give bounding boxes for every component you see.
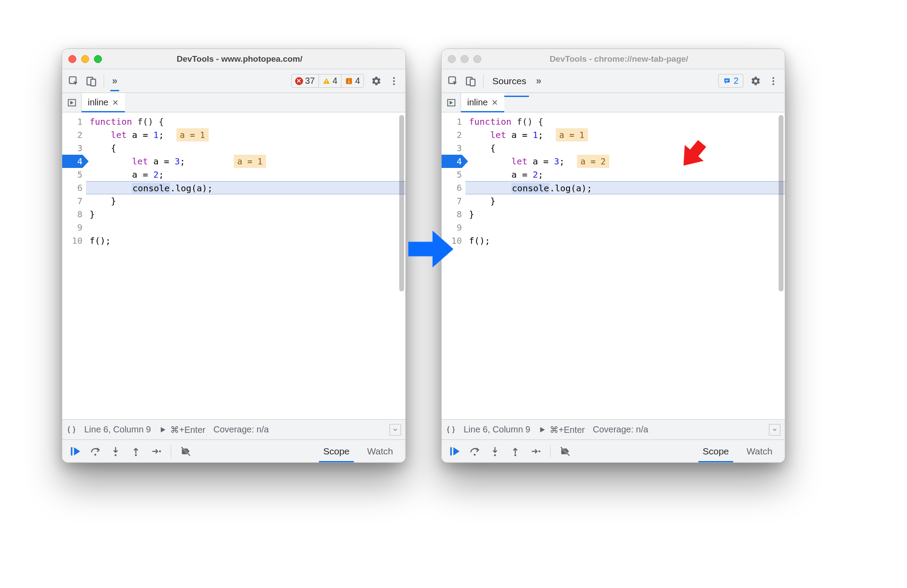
line-number[interactable]: 2 [442,128,462,141]
svg-point-21 [474,454,476,455]
line-number-exec[interactable]: 4 [442,155,462,168]
file-tab-inline[interactable]: inline ✕ [461,93,504,112]
status-dropdown-icon[interactable] [390,424,401,435]
maximize-window-button[interactable] [94,55,102,63]
coverage-label[interactable]: Coverage: n/a [593,424,648,435]
devtools-window-right: DevTools - chrome://new-tab-page/ Source… [441,48,785,463]
navigator-toggle-icon[interactable] [62,93,82,112]
line-number[interactable]: 6 [442,181,462,194]
annotation-arrow-icon [675,137,711,172]
pretty-print-icon[interactable] [67,425,76,435]
scrollbar[interactable] [399,115,404,291]
tab-scope[interactable]: Scope [694,440,738,462]
line-number[interactable]: 8 [442,208,462,221]
code-editor[interactable]: 1 2 3 4 5 6 7 8 9 10 function f() { let … [442,112,785,419]
resume-icon[interactable] [66,442,84,461]
debug-toolbar: Scope Watch [442,439,785,462]
svg-point-11 [115,454,116,456]
messages-badge[interactable]: 2 [718,74,743,88]
deactivate-breakpoints-icon[interactable] [176,442,195,461]
separator [171,445,171,458]
line-number-exec[interactable]: 4 [62,155,82,168]
maximize-window-button[interactable] [473,55,481,63]
line-number[interactable]: 5 [442,168,462,181]
line-number[interactable]: 7 [62,194,82,208]
line-number[interactable]: 7 [442,194,462,208]
warnings-badge[interactable]: 4 [319,74,341,87]
titlebar[interactable]: DevTools - chrome://new-tab-page/ [442,49,785,69]
resume-icon[interactable] [445,442,464,461]
main-toolbar: » ✕ 37 4 4 [62,69,405,93]
tab-sources[interactable]: Sources [488,69,531,93]
more-menu-icon[interactable] [765,73,781,89]
close-window-button[interactable] [68,55,76,63]
step-into-icon[interactable] [106,442,125,461]
line-number[interactable]: 3 [62,141,82,155]
step-over-icon[interactable] [86,442,105,461]
svg-rect-9 [71,447,73,455]
close-window-button[interactable] [448,55,456,63]
svg-rect-18 [725,81,727,81]
code-area[interactable]: function f() { let a = 1;a = 1 { let a =… [86,112,405,419]
panel-overflow-icon[interactable]: » [532,75,545,87]
svg-rect-3 [326,80,327,82]
line-number[interactable]: 1 [442,115,462,128]
tab-watch[interactable]: Watch [738,440,781,462]
run-snippet[interactable]: ⌘+Enter [159,424,205,435]
device-toggle-icon[interactable] [463,73,479,89]
code-editor[interactable]: 1 2 3 4 5 6 7 8 9 10 function f() { let … [62,112,405,419]
run-snippet[interactable]: ⌘+Enter [538,424,585,435]
inspect-icon[interactable] [66,73,82,89]
titlebar[interactable]: DevTools - www.photopea.com/ [62,49,405,69]
line-number[interactable]: 10 [62,234,82,247]
info-badge[interactable]: 4 [341,74,364,87]
more-menu-icon[interactable] [386,73,402,89]
step-over-icon[interactable] [465,442,484,461]
settings-icon[interactable] [748,73,764,89]
line-number[interactable]: 5 [62,168,82,181]
line-number[interactable]: 3 [442,141,462,155]
step-icon[interactable] [147,442,165,461]
file-tab-label: inline [88,97,109,108]
cursor-position[interactable]: Line 6, Column 9 [464,424,530,435]
tab-watch[interactable]: Watch [358,440,402,462]
coverage-label[interactable]: Coverage: n/a [214,424,269,435]
navigator-toggle-icon[interactable] [442,93,461,112]
info-count: 4 [355,76,360,86]
pretty-print-icon[interactable] [446,425,456,435]
svg-rect-2 [91,79,96,86]
inspect-icon[interactable] [445,73,461,89]
line-number[interactable]: 1 [62,115,82,128]
step-into-icon[interactable] [486,442,504,461]
minimize-window-button[interactable] [81,55,89,63]
scrollbar[interactable] [779,115,783,291]
step-icon[interactable] [526,442,545,461]
device-toggle-icon[interactable] [83,73,99,89]
panel-overflow-icon[interactable]: » [109,75,121,87]
line-number[interactable]: 9 [62,221,82,234]
minimize-window-button[interactable] [461,55,468,63]
deactivate-breakpoints-icon[interactable] [556,442,574,461]
cursor-position[interactable]: Line 6, Column 9 [84,424,151,435]
file-tab-label: inline [467,97,488,108]
tab-scope[interactable]: Scope [315,440,359,462]
line-number[interactable]: 6 [62,181,82,194]
errors-badge[interactable]: ✕ 37 [292,74,319,87]
step-out-icon[interactable] [506,442,525,461]
line-number[interactable]: 2 [62,128,82,141]
close-icon[interactable]: ✕ [491,98,498,108]
info-icon [345,77,353,85]
line-number[interactable]: 8 [62,208,82,221]
step-out-icon[interactable] [127,442,145,461]
console-badges[interactable]: ✕ 37 4 4 [291,74,364,88]
line-gutter[interactable]: 1 2 3 4 5 6 7 8 9 10 [62,112,86,419]
status-dropdown-icon[interactable] [769,424,780,435]
svg-rect-17 [725,80,729,80]
svg-point-22 [494,454,496,456]
svg-point-10 [94,454,96,455]
file-tab-inline[interactable]: inline ✕ [82,93,125,112]
close-icon[interactable]: ✕ [112,98,119,108]
settings-icon[interactable] [368,73,384,89]
warning-icon [322,77,330,85]
code-area[interactable]: function f() { let a = 1;a = 1 { let a =… [465,112,785,419]
